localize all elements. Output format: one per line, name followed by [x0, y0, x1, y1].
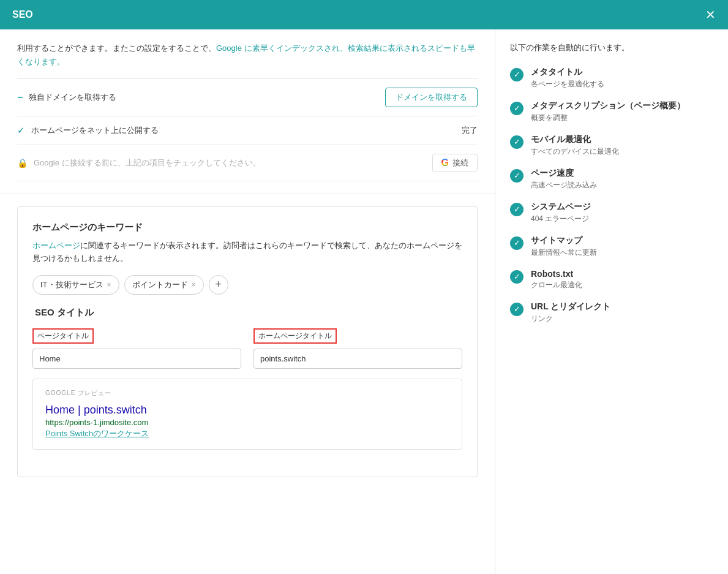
checklist-title: システムページ: [531, 202, 591, 213]
seo-fields-row: ページタイトル ホームページタイトル: [32, 328, 462, 369]
checklist-title: メタタイトル: [531, 67, 604, 78]
preview-title: Home | points.switch: [45, 404, 449, 417]
google-row-left: 🔒 Google に接続する前に、上記の項目をチェックしてください。: [17, 157, 261, 168]
check-icon: ✓: [514, 137, 520, 146]
tag-point-card: ポイントカード ×: [124, 275, 204, 295]
preview-desc[interactable]: Points Switchのワークケース: [45, 428, 449, 439]
modal-header: SEO ✕: [0, 0, 728, 29]
preview-label: GOOGLE プレビュー: [45, 389, 449, 398]
google-connect-row: 🔒 Google に接続する前に、上記の項目をチェックしてください。 G 接続: [17, 145, 478, 181]
domain-label: 独自ドメインを取得する: [29, 92, 116, 103]
check-icon: ✓: [514, 70, 520, 79]
domain-button[interactable]: ドメインを取得する: [385, 88, 478, 107]
top-section: 利用することができます。またこの設定をすることで、Google に素早くインデッ…: [0, 29, 495, 194]
checklist-item-mobile: ✓ モバイル最適化 すべてのデバイスに最適化: [510, 134, 713, 157]
checklist-title: サイトマップ: [531, 235, 597, 246]
left-panel: 利用することができます。またこの設定をすることで、Google に素早くインデッ…: [0, 29, 495, 574]
add-tag-button[interactable]: +: [209, 275, 228, 295]
checklist-title: メタディスクリプション（ページ概要）: [531, 100, 685, 111]
checklist-title: ページ速度: [531, 168, 597, 179]
homepage-title-field: ホームページタイトル: [253, 328, 462, 369]
check-circle-meta-desc: ✓: [510, 102, 523, 115]
seo-modal: SEO ✕ 利用することができます。またこの設定をすることで、Google に素…: [0, 0, 728, 574]
checklist-desc: 概要を調整: [531, 113, 685, 123]
connect-label: 接続: [452, 157, 468, 168]
modal-title: SEO: [12, 9, 33, 20]
keywords-section: ホームページのキーワード ホームページに関連するキーワードが表示されます。訪問者…: [17, 206, 478, 477]
checklist-item-robots: ✓ Robots.txt クロール最適化: [510, 269, 713, 290]
keywords-title: ホームページのキーワード: [32, 222, 462, 233]
page-title-label: ページタイトル: [32, 328, 94, 344]
domain-row-left: − 独自ドメインを取得する: [17, 92, 116, 103]
homepage-link[interactable]: ホームページ: [32, 241, 80, 250]
lock-icon: 🔒: [17, 158, 28, 168]
keywords-desc: ホームページに関連するキーワードが表示されます。訪問者はこれらのキーワードで検索…: [32, 240, 462, 265]
tag-remove-icon[interactable]: ×: [107, 281, 111, 289]
checklist-item-sitemap: ✓ サイトマップ 最新情報へ常に更新: [510, 235, 713, 258]
checklist-title: Robots.txt: [531, 269, 582, 279]
seo-title-heading: SEO タイトル: [32, 307, 462, 319]
check-icon: ✓: [514, 171, 520, 180]
page-title-input[interactable]: [32, 349, 241, 369]
checklist-desc: 高速ページ読み込み: [531, 180, 597, 191]
homepage-title-input[interactable]: [253, 349, 462, 369]
checklist-item-system: ✓ システムページ 404 エラーページ: [510, 202, 713, 224]
checklist-item-url: ✓ URL とリダイレクト リンク: [510, 301, 713, 324]
tag-it-services: IT・技術サービス ×: [32, 275, 119, 295]
google-preview: GOOGLE プレビュー Home | points.switch https:…: [32, 379, 462, 450]
publish-status: 完了: [462, 125, 478, 136]
check-icon: ✓: [514, 238, 520, 247]
checklist-desc: 最新情報へ常に更新: [531, 247, 597, 258]
check-circle-system: ✓: [510, 203, 523, 216]
publish-label: ホームページをネット上に公開する: [31, 125, 159, 136]
google-connect-button[interactable]: G 接続: [432, 154, 478, 172]
checklist-title: URL とリダイレクト: [531, 301, 610, 312]
check-circle-speed: ✓: [510, 169, 523, 183]
tag-remove-icon[interactable]: ×: [192, 281, 196, 289]
preview-title-link[interactable]: Home | points.switch: [45, 404, 147, 416]
checklist-desc: すべてのデバイスに最適化: [531, 146, 619, 157]
preview-url: https://points-1.jimdosite.com: [45, 418, 449, 427]
checklist-item-meta-title: ✓ メタタイトル 各ページを最適化する: [510, 67, 713, 89]
checklist: ✓ メタタイトル 各ページを最適化する ✓ メタディスクリプション（ページ概要）: [510, 67, 713, 324]
tag-label: ポイントカード: [132, 279, 188, 290]
publish-row-left: ✓ ホームページをネット上に公開する: [17, 125, 159, 136]
google-link[interactable]: Google に素早くインデックスされ、検索結果に表示されるスピードも早くなりま…: [17, 43, 475, 66]
check-circle-robots: ✓: [510, 270, 523, 284]
checklist-item-meta-desc: ✓ メタディスクリプション（ページ概要） 概要を調整: [510, 100, 713, 123]
right-panel: 以下の作業を自動的に行います。 ✓ メタタイトル 各ページを最適化する: [495, 29, 728, 574]
google-connect-label: Google に接続する前に、上記の項目をチェックしてください。: [34, 157, 261, 168]
intro-text: 利用することができます。またこの設定をすることで、Google に素早くインデッ…: [17, 42, 478, 69]
check-icon: ✓: [514, 104, 520, 113]
page-title-field: ページタイトル: [32, 328, 241, 369]
publish-check-icon: ✓: [17, 125, 25, 136]
publish-row: ✓ ホームページをネット上に公開する 完了: [17, 116, 478, 145]
checklist-desc: クロール最適化: [531, 280, 582, 290]
seo-title-section: SEO タイトル ページタイトル ホームページタイトル: [32, 307, 462, 450]
homepage-title-label: ホームページタイトル: [253, 328, 337, 344]
checklist-desc: 404 エラーページ: [531, 214, 591, 224]
check-circle-sitemap: ✓: [510, 236, 523, 250]
tag-label: IT・技術サービス: [40, 279, 103, 290]
check-icon: ✓: [514, 304, 520, 314]
minus-icon: −: [17, 92, 23, 103]
check-circle-url: ✓: [510, 303, 523, 316]
checklist-desc: リンク: [531, 314, 610, 324]
checklist-item-speed: ✓ ページ速度 高速ページ読み込み: [510, 168, 713, 191]
checklist-desc: 各ページを最適化する: [531, 79, 604, 89]
tags-row: IT・技術サービス × ポイントカード × +: [32, 275, 462, 295]
check-circle-meta-title: ✓: [510, 68, 523, 81]
google-g-icon: G: [441, 157, 449, 168]
modal-body: 利用することができます。またこの設定をすることで、Google に素早くインデッ…: [0, 29, 728, 574]
check-circle-mobile: ✓: [510, 135, 523, 149]
domain-row: − 独自ドメインを取得する ドメインを取得する: [17, 78, 478, 116]
close-button[interactable]: ✕: [705, 9, 716, 21]
check-icon: ✓: [514, 205, 520, 214]
checklist-title: モバイル最適化: [531, 134, 619, 145]
check-icon: ✓: [514, 272, 520, 281]
modal-overlay: SEO ✕ 利用することができます。またこの設定をすることで、Google に素…: [0, 0, 728, 574]
right-intro: 以下の作業を自動的に行います。: [510, 42, 713, 55]
